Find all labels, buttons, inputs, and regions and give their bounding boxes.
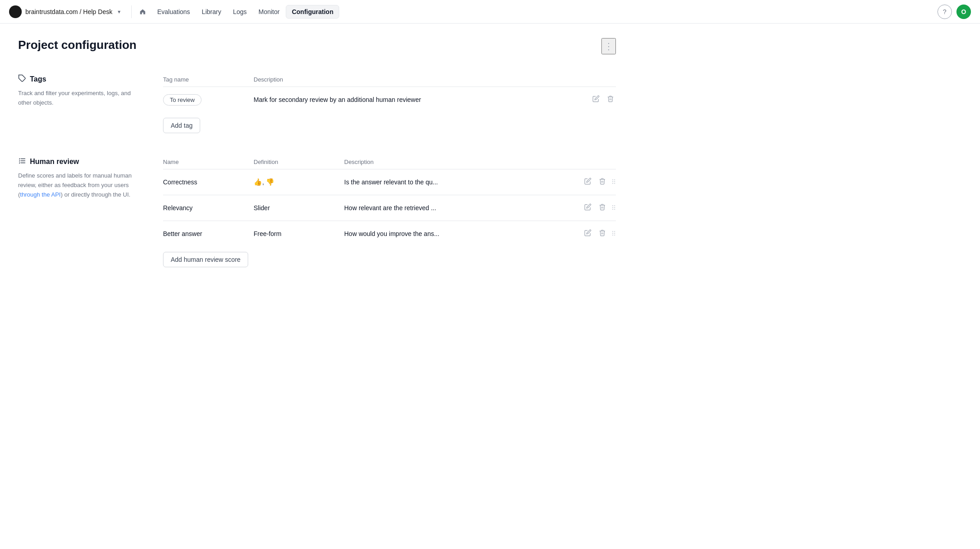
trash-icon <box>607 95 614 102</box>
hr-row-actions-1: ⠿ <box>571 202 616 214</box>
tags-title: Tags <box>18 74 145 84</box>
drag-handle-0[interactable]: ⠿ <box>611 178 616 186</box>
tag-pill-text: To review <box>170 96 195 103</box>
hr-desc-cell-0: Is the answer relevant to the qu... <box>344 169 571 195</box>
avatar-letter: O <box>961 8 966 15</box>
hr-desc-cell-1: How relevant are the retrieved ... <box>344 195 571 221</box>
help-icon: ? <box>943 8 946 15</box>
tag-name-cell: To review <box>163 87 254 113</box>
table-row: To review Mark for secondary review by a… <box>163 87 616 113</box>
tags-sidebar: Tags Track and filter your experiments, … <box>18 72 145 133</box>
edit-hr-button-0[interactable] <box>582 176 593 188</box>
tags-description: Track and filter your experiments, logs,… <box>18 89 145 108</box>
delete-hr-button-0[interactable] <box>597 176 608 188</box>
nav-evaluations[interactable]: Evaluations <box>152 5 195 18</box>
delete-hr-button-2[interactable] <box>597 227 608 240</box>
table-row: Correctness 👍, 👎 Is the answer relevant … <box>163 169 616 195</box>
tag-row-actions <box>580 93 616 106</box>
tags-title-text: Tags <box>30 75 46 83</box>
human-review-section: Human review Define scores and labels fo… <box>18 155 616 267</box>
hr-row-actions-2: ⠿ <box>571 227 616 240</box>
hr-desc-cell-2: How would you improve the ans... <box>344 221 571 247</box>
add-tag-button[interactable]: Add tag <box>163 118 200 133</box>
nav-library[interactable]: Library <box>197 5 227 18</box>
hr-name-cell-1: Relevancy <box>163 195 254 221</box>
tags-col-description: Description <box>254 72 580 87</box>
tags-table: Tag name Description To review Mark for … <box>163 72 616 112</box>
add-human-review-label: Add human review score <box>171 256 240 263</box>
api-link[interactable]: through the API <box>20 191 61 198</box>
trash-icon <box>599 203 606 211</box>
hr-row-actions-0: ⠿ <box>571 176 616 188</box>
brand[interactable]: braintrustdata.com / Help Desk ▾ <box>9 5 120 18</box>
tags-content: Tag name Description To review Mark for … <box>163 72 616 133</box>
brand-name: braintrustdata.com / Help Desk <box>25 8 112 15</box>
nav-monitor[interactable]: Monitor <box>253 5 285 18</box>
edit-tag-button[interactable] <box>591 93 601 106</box>
human-review-sidebar: Human review Define scores and labels fo… <box>18 155 145 267</box>
add-tag-label: Add tag <box>171 122 192 129</box>
hr-col-description: Description <box>344 155 571 169</box>
human-review-title-text: Human review <box>30 158 79 166</box>
tag-actions-cell <box>580 87 616 113</box>
edit-icon <box>584 178 591 185</box>
table-row: Better answer Free-form How would you im… <box>163 221 616 247</box>
trash-icon <box>599 229 606 236</box>
nav-configuration[interactable]: Configuration <box>286 5 339 19</box>
help-button[interactable]: ? <box>937 5 952 19</box>
hr-actions-cell-0: ⠿ <box>571 169 616 195</box>
hr-actions-cell-1: ⠿ <box>571 195 616 221</box>
tag-icon <box>18 74 26 84</box>
hr-col-definition: Definition <box>254 155 344 169</box>
user-avatar[interactable]: O <box>956 5 971 19</box>
hr-def-cell-2: Free-form <box>254 221 344 247</box>
drag-handle-2[interactable]: ⠿ <box>611 230 616 237</box>
table-row: Relevancy Slider How relevant are the re… <box>163 195 616 221</box>
human-review-icon <box>18 157 26 167</box>
edit-icon <box>584 203 591 211</box>
hr-name-cell-2: Better answer <box>163 221 254 247</box>
hr-col-name: Name <box>163 155 254 169</box>
nav-divider <box>131 5 132 18</box>
tags-col-name: Tag name <box>163 72 254 87</box>
hr-def-cell-0: 👍, 👎 <box>254 169 344 195</box>
brand-logo <box>9 5 22 18</box>
human-review-table: Name Definition Description Correctness … <box>163 155 616 246</box>
drag-handle-1[interactable]: ⠿ <box>611 204 616 212</box>
human-review-description: Define scores and labels for manual huma… <box>18 171 145 199</box>
human-review-content: Name Definition Description Correctness … <box>163 155 616 267</box>
add-human-review-button[interactable]: Add human review score <box>163 252 248 267</box>
trash-icon <box>599 178 606 185</box>
edit-icon <box>584 229 591 236</box>
hr-def-cell-1: Slider <box>254 195 344 221</box>
desc-after: ) or directly through the UI. <box>61 191 130 198</box>
edit-icon <box>592 95 600 102</box>
main-content: Project configuration ⋮ Tags Track and f… <box>0 24 634 303</box>
home-button[interactable] <box>135 5 150 19</box>
human-review-title: Human review <box>18 157 145 167</box>
hr-name-cell-0: Correctness <box>163 169 254 195</box>
edit-hr-button-1[interactable] <box>582 202 593 214</box>
nav-logs[interactable]: Logs <box>227 5 252 18</box>
navbar: braintrustdata.com / Help Desk ▾ Evaluat… <box>0 0 980 24</box>
thumb-icons: 👍, 👎 <box>254 178 274 186</box>
delete-tag-button[interactable] <box>605 93 616 106</box>
tag-description-cell: Mark for secondary review by an addition… <box>254 87 580 113</box>
page-title: Project configuration <box>18 38 136 52</box>
page-more-button[interactable]: ⋮ <box>601 38 616 54</box>
delete-hr-button-1[interactable] <box>597 202 608 214</box>
brand-chevron-icon: ▾ <box>118 9 120 15</box>
tag-pill: To review <box>163 94 202 106</box>
nav-items: Evaluations Library Logs Monitor Configu… <box>152 5 339 19</box>
page-header: Project configuration ⋮ <box>18 38 616 54</box>
tags-section: Tags Track and filter your experiments, … <box>18 72 616 133</box>
hr-actions-cell-2: ⠿ <box>571 221 616 247</box>
edit-hr-button-2[interactable] <box>582 227 593 240</box>
home-icon <box>139 8 146 15</box>
